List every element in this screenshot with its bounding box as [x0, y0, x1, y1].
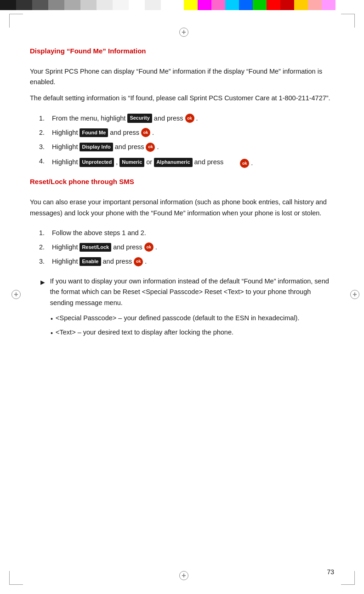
section1-steps: 1. From the menu, highlight Security and…: [39, 113, 334, 169]
step-4-highlight1: Unprotected: [80, 158, 114, 167]
step-3-num: 3.: [39, 142, 52, 152]
arrow-note: ► If you want to display your own inform…: [39, 276, 334, 308]
corner-mark-tr: [341, 14, 355, 28]
s2-step-2-num: 2.: [39, 242, 52, 253]
corner-mark-bl: [9, 571, 23, 585]
step-2: 2. Highlight Found Me and press ok .: [39, 127, 334, 138]
section1-title: Displaying “Found Me” Information: [30, 47, 334, 55]
arrow-note-text: If you want to display your own informat…: [50, 276, 334, 308]
color-swatch: [0, 0, 16, 10]
step-4: 4. Highlight Unprotected , Numeric or Al…: [39, 156, 334, 168]
step-4-content: Highlight Unprotected , Numeric or Alpha…: [52, 156, 334, 168]
s2-step-2-ok-btn: ok: [144, 242, 154, 252]
color-swatch: [80, 0, 97, 10]
s2-step-3-text-after: and press: [103, 256, 132, 267]
reg-mark-mid-right: [350, 290, 359, 299]
s2-step-2: 2. Highlight Reset/Lock and press ok .: [39, 242, 334, 253]
color-swatch: [322, 0, 336, 10]
s2-step-1-num: 1.: [39, 228, 52, 238]
step-3-highlight: Display Info: [80, 143, 113, 152]
color-swatch: [145, 0, 161, 10]
color-swatch: [198, 0, 211, 10]
section2-steps: 1. Follow the above steps 1 and 2. 2. Hi…: [39, 228, 334, 267]
corner-mark-br: [341, 571, 355, 585]
color-bar-right: [184, 0, 336, 10]
bullet-dot-2: •: [51, 328, 53, 339]
s2-step-3-period: .: [145, 256, 147, 267]
bullet-item-2: • <Text> – your desired text to display …: [51, 327, 334, 339]
color-swatch: [280, 0, 294, 10]
step-2-ok-btn: ok: [141, 128, 150, 137]
step-4-num: 4.: [39, 156, 52, 167]
color-swatch: [113, 0, 129, 10]
bullet-text-2: <Text> – your desired text to display af…: [56, 327, 233, 338]
s2-step-2-text-after: and press: [113, 242, 142, 253]
step-1-period: .: [196, 113, 198, 124]
color-swatch: [129, 0, 145, 10]
section2-para1: You can also erase your important person…: [30, 197, 334, 218]
s2-step-3-ok-btn: ok: [134, 257, 143, 266]
step-2-highlight: Found Me: [80, 128, 108, 138]
step-4-highlight3: Alphanumeric: [154, 158, 192, 167]
step-1: 1. From the menu, highlight Security and…: [39, 113, 334, 124]
s2-step-3-highlight: Enable: [80, 257, 101, 266]
step-4-ok-btn: ok: [240, 159, 249, 168]
step-4-comma: ,: [116, 157, 118, 167]
page-number: 73: [327, 568, 334, 576]
color-swatch: [308, 0, 322, 10]
main-content: Displaying “Found Me” Information Your S…: [0, 10, 364, 371]
reg-mark-bottom: [179, 571, 188, 580]
s2-step-2-content: Highlight Reset/Lock and press ok .: [52, 242, 334, 253]
color-swatch: [16, 0, 32, 10]
s2-step-2-highlight: Reset/Lock: [80, 243, 111, 252]
color-swatch: [97, 0, 113, 10]
s2-step-1-content: Follow the above steps 1 and 2.: [52, 228, 334, 238]
color-swatch: [64, 0, 80, 10]
color-swatch: [239, 0, 253, 10]
arrow-icon: ►: [39, 277, 46, 288]
s2-step-1: 1. Follow the above steps 1 and 2.: [39, 228, 334, 238]
step-1-num: 1.: [39, 113, 52, 124]
step-2-period: .: [152, 127, 154, 138]
color-swatch: [184, 0, 198, 10]
step-3-text-after: and press: [115, 142, 144, 152]
color-swatch: [267, 0, 280, 10]
step-2-text-before: Highlight: [52, 127, 78, 138]
step-4-highlight2: Numeric: [119, 158, 144, 167]
step-3-content: Highlight Display Info and press ok .: [52, 142, 334, 152]
s2-step-3-num: 3.: [39, 256, 52, 267]
step-3: 3. Highlight Display Info and press ok .: [39, 142, 334, 152]
step-4-text-after: and press: [194, 157, 224, 167]
section2: Reset/Lock phone through SMS You can als…: [30, 178, 334, 339]
step-2-content: Highlight Found Me and press ok .: [52, 127, 334, 138]
step-1-text-before: From the menu, highlight: [52, 113, 125, 124]
section1-para2: The default setting information is “If f…: [30, 93, 334, 104]
color-swatch: [32, 0, 48, 10]
step-4-or: or: [146, 157, 152, 167]
s2-step-2-text-before: Highlight: [52, 242, 78, 253]
bullet-text-1: <Special Passcode> – your defined passco…: [56, 313, 299, 323]
section2-title: Reset/Lock phone through SMS: [30, 178, 334, 185]
step-3-period: .: [157, 142, 159, 152]
reg-mark-mid-left: [11, 290, 21, 299]
step-2-text-after: and press: [110, 127, 139, 138]
step-4-text-before: Highlight: [52, 157, 78, 167]
bullet-dot-1: •: [51, 314, 53, 324]
color-bar: [0, 0, 364, 10]
color-bar-left: [0, 0, 170, 10]
section1-para1: Your Sprint PCS Phone can display “Found…: [30, 66, 334, 87]
section1: Displaying “Found Me” Information Your S…: [30, 47, 334, 168]
step-3-text-before: Highlight: [52, 142, 78, 152]
corner-mark-tl: [9, 14, 23, 28]
bullet-item-1: • <Special Passcode> – your defined pass…: [51, 313, 334, 324]
step-4-period: .: [251, 158, 253, 168]
color-swatch: [225, 0, 239, 10]
color-swatch: [48, 0, 64, 10]
step-1-highlight: Security: [127, 114, 152, 123]
s2-step-3: 3. Highlight Enable and press ok .: [39, 256, 334, 267]
step-2-num: 2.: [39, 127, 52, 138]
s2-step-3-text-before: Highlight: [52, 256, 78, 267]
reg-mark-top: [179, 28, 188, 37]
s2-step-3-content: Highlight Enable and press ok .: [52, 256, 334, 267]
step-3-ok-btn: ok: [146, 143, 155, 152]
